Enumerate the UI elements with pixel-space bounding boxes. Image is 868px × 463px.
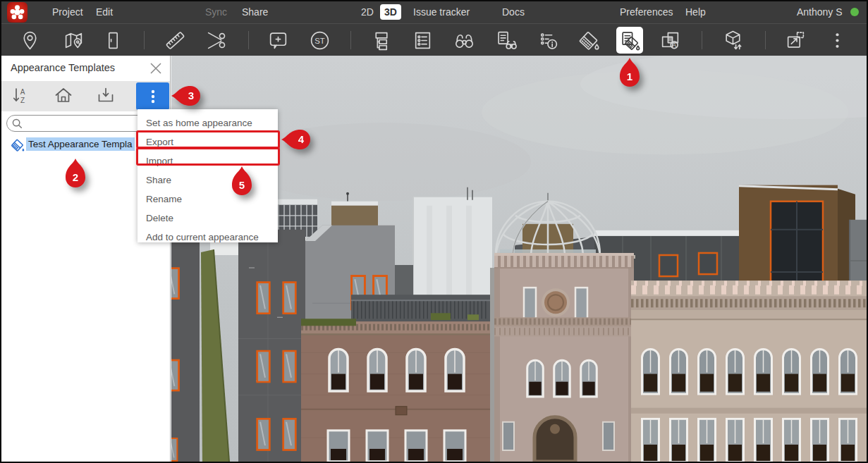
ruler-icon <box>164 30 186 51</box>
menu-docs[interactable]: Docs <box>502 6 525 18</box>
revizto-logo-icon[interactable] <box>7 2 27 23</box>
close-icon <box>149 62 162 75</box>
kebab-menu-icon <box>826 30 848 51</box>
appearance-template-icon <box>11 138 25 152</box>
menu-edit[interactable]: Edit <box>96 6 113 18</box>
door-button[interactable] <box>99 26 127 54</box>
issue-list-button[interactable] <box>408 26 436 54</box>
cube-levels-icon <box>723 30 745 51</box>
toolbar-divider <box>702 31 702 49</box>
menu-item-delete[interactable]: Delete <box>137 209 278 228</box>
location-pin-icon <box>19 30 41 51</box>
stamp-button[interactable]: ST <box>305 26 334 54</box>
panel-title: Appearance Templates <box>11 62 115 73</box>
tool-bar: ST A <box>1 23 867 56</box>
menu-item-share[interactable]: Share <box>137 171 278 190</box>
import-template-button[interactable] <box>93 83 118 109</box>
sort-templates-button[interactable]: AZ <box>8 83 34 109</box>
menu-item-export[interactable]: Export <box>137 132 278 152</box>
object-info-button[interactable] <box>534 26 562 54</box>
download-icon <box>95 85 116 106</box>
object-info-icon <box>537 30 559 51</box>
workspace: Appearance Templates AZ <box>1 56 867 462</box>
top-menu-bar: Project Edit Sync Share 2D 3D Issue trac… <box>1 1 867 23</box>
template-item-label: Test Appearance Templa <box>26 137 135 151</box>
sort-az-icon: AZ <box>11 85 32 106</box>
svg-text:ST: ST <box>314 37 325 45</box>
online-status-dot <box>850 8 859 16</box>
menu-item-set-home-appearance[interactable]: Set as home appearance <box>137 113 278 132</box>
issue-list-icon <box>412 30 434 51</box>
center-tower <box>494 253 634 462</box>
mode-3d-toggle[interactable]: 3D <box>380 4 401 20</box>
cube-levels-button[interactable] <box>719 26 747 54</box>
stamp-st-icon: ST <box>309 30 331 51</box>
add-issue-icon <box>267 30 289 51</box>
panel-header: Appearance Templates <box>1 56 170 81</box>
sheets-hierarchy-button[interactable] <box>367 26 395 54</box>
toolbar-divider <box>144 31 145 49</box>
menu-share[interactable]: Share <box>242 6 268 18</box>
section-scissors-button[interactable] <box>202 26 230 54</box>
home-appearance-button[interactable] <box>51 83 76 109</box>
door-icon <box>102 30 124 51</box>
search-input[interactable] <box>25 118 145 129</box>
appearance-overrides-icon: A <box>659 30 681 51</box>
template-options-button[interactable] <box>136 82 169 110</box>
menu-item-import[interactable]: Import <box>137 152 278 171</box>
template-context-menu: Set as home appearance Export Import Sha… <box>137 109 278 242</box>
more-options-button[interactable] <box>823 26 851 54</box>
search-sheet-button[interactable] <box>492 26 520 54</box>
paint-bucket-icon <box>578 30 600 51</box>
binoculars-icon <box>453 30 475 51</box>
scissors-icon <box>205 30 227 51</box>
measure-ruler-button[interactable] <box>161 26 189 54</box>
hierarchy-icon <box>370 30 392 51</box>
appearance-templates-button[interactable] <box>616 27 643 54</box>
toolbar-divider <box>248 31 249 49</box>
add-issue-button[interactable] <box>264 26 292 54</box>
user-name[interactable]: Anthony S <box>797 6 843 18</box>
svg-text:A: A <box>672 42 677 49</box>
menu-item-rename[interactable]: Rename <box>137 190 278 209</box>
mode-2d-toggle[interactable]: 2D <box>361 6 374 18</box>
search-icon <box>11 117 23 130</box>
search-sheet-icon <box>496 30 518 51</box>
menu-project[interactable]: Project <box>52 6 83 18</box>
appearance-overrides-button[interactable]: A <box>656 26 684 54</box>
app-window: Project Edit Sync Share 2D 3D Issue trac… <box>0 0 868 463</box>
panel-toolbar: AZ <box>1 81 170 111</box>
kebab-menu-icon <box>142 86 164 107</box>
viewpoint-capture-button[interactable] <box>781 26 809 54</box>
menu-issue-tracker[interactable]: Issue tracker <box>413 6 470 18</box>
map-location-icon <box>63 30 85 51</box>
menu-preferences[interactable]: Preferences <box>620 6 673 18</box>
menu-sync[interactable]: Sync <box>205 6 227 18</box>
paint-appearance-button[interactable] <box>575 26 603 54</box>
menu-item-add-to-current[interactable]: Add to current appearance <box>137 228 278 247</box>
svg-text:Z: Z <box>20 97 25 104</box>
location-pin-button[interactable] <box>16 26 44 54</box>
menu-help[interactable]: Help <box>685 6 706 18</box>
toolbar-divider <box>765 31 766 49</box>
svg-text:A: A <box>20 88 25 96</box>
search-binoculars-button[interactable] <box>450 26 478 54</box>
viewpoint-capture-icon <box>785 30 807 51</box>
home-icon <box>53 85 74 106</box>
appearance-templates-icon <box>619 30 641 51</box>
close-panel-button[interactable] <box>149 62 162 75</box>
right-building <box>631 280 867 462</box>
toolbar-divider <box>350 31 351 49</box>
map-location-button[interactable] <box>59 26 87 54</box>
brown-building <box>301 295 490 462</box>
